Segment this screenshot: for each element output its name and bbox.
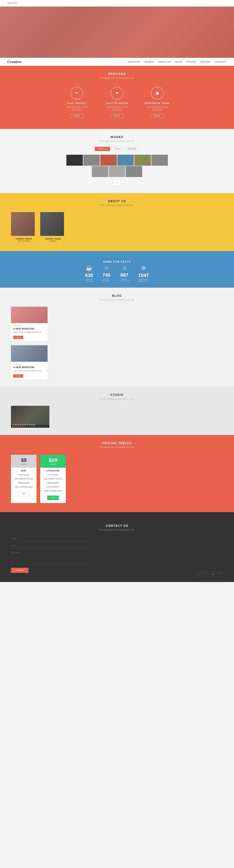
work-thumb-inner-5 (134, 155, 151, 166)
contact-form: Submit (11, 533, 88, 573)
blog-header: BLOG Proin iaculis purus consequat sem c… (0, 288, 234, 303)
facts-section: SOME FUN FACTS ☕ 638 CUP OFCOFFEE ☺ 746 … (0, 251, 234, 288)
about-section: ABOUT US Proin iaculis purus adipiscing … (0, 193, 234, 251)
fact-label-coffee: CUP OFCOFFEE (85, 278, 93, 282)
service-more-btn-3[interactable]: MORE (151, 114, 164, 118)
contact-email-input[interactable] (11, 543, 88, 548)
works-subtitle: Proin iaculis purus consequat sem cras. (4, 140, 230, 142)
services-header: SERVICES Proin iaculis purus consequat s… (0, 66, 234, 81)
team-name-2: AARON TIGER (40, 238, 66, 240)
fact-number-coffee: 638 (85, 273, 93, 278)
contact-message-input[interactable] (11, 550, 88, 565)
work-thumb-8[interactable] (109, 166, 125, 177)
fact-number-clients: 746 (102, 272, 110, 278)
team-photo-1 (11, 212, 35, 236)
work-thumb-inner-4 (118, 155, 134, 166)
nav-link-contact[interactable]: Contact (215, 61, 227, 63)
pricing-name-standard: STANDARD (40, 468, 66, 473)
fact-projects: ⚙ 1047 FINISHEDPROJECTS (138, 265, 149, 282)
blog-more-btn-1[interactable]: MORE (13, 336, 23, 339)
nav-link-blog[interactable]: Blog (175, 61, 182, 63)
gear-icon: ⚙ (141, 265, 146, 271)
linkedin-icon[interactable]: in (218, 571, 223, 577)
twitter-icon[interactable]: t (204, 571, 209, 577)
blog-card-2: MARCH 15 A NEW INVENTION Lorem ipsum is … (11, 345, 47, 379)
top-nav-link[interactable]: Services (7, 2, 17, 4)
work-thumb-7[interactable] (92, 166, 108, 177)
blog-date-1: MARCH 15 (13, 325, 45, 327)
contact-submit-btn[interactable]: Submit (11, 568, 29, 573)
fact-label-songs: SONGLISTENED (120, 278, 129, 282)
navbar-brand[interactable]: Creativo (7, 59, 22, 64)
nav-link-about[interactable]: About Us (158, 61, 171, 63)
pricing-features-mini: Lorem ipsum Dolor sitamet. Connect Adipi… (11, 473, 37, 489)
facts-grid: ☕ 638 CUP OFCOFFEE ☺ 746 HAPPYCLIENTS ♫ … (11, 265, 223, 282)
pricing-card-standard: $29 / month STANDARD Lorem ipsum Dolor s… (40, 455, 66, 503)
nav-link-pricing[interactable]: Pricing (200, 61, 211, 63)
team-role-2: Designer (40, 240, 66, 242)
filter-poster-btn[interactable]: POSTER (125, 147, 139, 151)
happy-icon: ☺ (104, 265, 109, 271)
blog-more-btn-2[interactable]: MORE (13, 374, 23, 378)
work-thumb-2[interactable] (83, 155, 100, 166)
pricing-btn-mini[interactable]: TRY (18, 492, 30, 496)
blog-post-title-2: A NEW INVENTION (13, 366, 45, 369)
pricing-feature-mini-4: Proin commodo lobos (13, 485, 34, 489)
pricing-header-mini: $9 / month (11, 455, 37, 468)
responsive-icon-circle: ▣ (151, 87, 164, 99)
pricing-btn-standard[interactable]: TRY (47, 496, 59, 500)
fact-number-songs: 887 (121, 272, 128, 278)
pencil-icon: ✏ (75, 91, 78, 95)
service-item-pixel-perfect: ✏ PIXEL PERFECT Lorem ipsum dolor sit am… (62, 87, 91, 118)
pricing-price-mini: $9 (14, 457, 34, 463)
works-row-1 (0, 155, 234, 166)
filter-logo-btn[interactable]: LOGO (112, 147, 124, 151)
works-row-2 (0, 166, 234, 177)
works-more-btn[interactable]: + (114, 179, 120, 186)
hero-overlay (0, 7, 234, 58)
pricing-name-mini: MINI (11, 468, 37, 473)
service-more-btn-1[interactable]: MORE (70, 114, 83, 118)
facebook-icon[interactable]: f (197, 571, 202, 577)
work-thumb-6[interactable] (152, 155, 168, 166)
blog-subtitle: Proin iaculis purus consequat sem cras. (4, 299, 230, 301)
facts-title: SOME FUN FACTS (11, 256, 223, 265)
blog-image-1 (11, 307, 47, 323)
pricing-feature-mini-1: Lorem ipsum (13, 473, 34, 477)
nav-link-studio[interactable]: Studio (187, 61, 196, 63)
music-icon: ♫ (123, 265, 126, 271)
service-item-creative-design: ♥ CREATIVE DESIGN Lorem ipsum dolor sit … (102, 87, 132, 118)
team-photo-2 (40, 212, 64, 236)
hero-section (0, 7, 234, 58)
creative-design-icon-circle: ♥ (110, 87, 124, 99)
top-nav-bar: Services (0, 0, 234, 7)
blog-image-2 (11, 345, 47, 362)
contact-name-input[interactable] (11, 536, 88, 541)
work-thumb-inner-2 (83, 155, 100, 166)
service-more-btn-2[interactable]: MORE (110, 114, 124, 118)
nav-link-works[interactable]: Works (144, 61, 154, 63)
pricing-feature-mini-3: Adipiscing elit (13, 481, 34, 485)
pricing-price-standard: $29 (43, 457, 63, 463)
work-thumb-9[interactable] (126, 166, 142, 177)
pricing-title: PRICING TABLES (4, 442, 230, 445)
service-desc-3: Lorem ipsum dolor sit amet consectetur (143, 106, 172, 111)
work-thumb-inner-3 (100, 155, 117, 166)
works-more-container: + (0, 179, 234, 186)
nav-link-services[interactable]: Services (128, 61, 140, 63)
work-thumb-5[interactable] (134, 155, 151, 166)
studio-video-controls (11, 425, 49, 428)
work-thumb-3[interactable] (100, 155, 117, 166)
blog-content-2: MARCH 15 A NEW INVENTION Lorem ipsum is … (11, 362, 47, 379)
work-thumb-1[interactable] (66, 155, 83, 166)
services-subtitle: Proin iaculis purus consequat sem cras. (4, 77, 230, 79)
work-thumb-4[interactable] (118, 155, 134, 166)
filter-all-btn[interactable]: VIEW ALL (95, 147, 110, 151)
pricing-card-mini: $9 / month MINI Lorem ipsum Dolor sitame… (11, 455, 37, 503)
googleplus-icon[interactable]: g+ (211, 571, 216, 577)
studio-title: STUDIO (4, 393, 230, 397)
contact-header: CONTACT US Proin iaculis purus consequat… (11, 518, 223, 533)
pricing-feature-std-3: Adipiscing elit (42, 481, 64, 485)
blog-section: BLOG Proin iaculis purus consequat sem c… (0, 288, 234, 387)
studio-video[interactable]: GREENSTONE (11, 406, 49, 428)
